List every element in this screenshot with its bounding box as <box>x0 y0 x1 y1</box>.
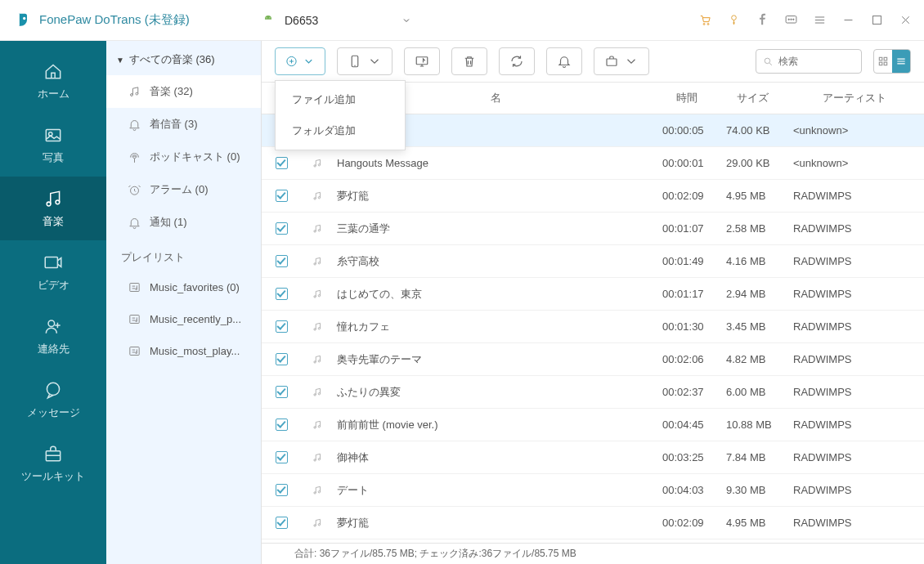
menu-icon[interactable] <box>813 13 827 27</box>
nav-item-toolkit[interactable]: ツールキット <box>0 432 106 495</box>
feedback-icon[interactable] <box>784 13 798 27</box>
search-box[interactable] <box>756 49 862 74</box>
nav-item-contacts[interactable]: 連絡先 <box>0 304 106 368</box>
row-size: 74.00 KB <box>720 124 785 137</box>
col-artist[interactable]: アーティスト <box>785 91 924 105</box>
row-checkbox[interactable] <box>262 451 301 463</box>
podcast-icon <box>128 150 141 164</box>
playlist-icon <box>128 280 141 294</box>
svg-point-1 <box>266 17 267 18</box>
row-icon <box>301 289 334 300</box>
row-name: 奥寺先輩のテーマ <box>334 352 654 367</box>
contacts-icon <box>43 316 64 337</box>
music-note-icon <box>312 419 323 431</box>
nav-item-photo[interactable]: 写真 <box>0 113 106 177</box>
row-name: 糸守高校 <box>334 254 654 269</box>
ringtone-button[interactable] <box>546 47 582 75</box>
list-view-button[interactable] <box>892 50 910 73</box>
device-selector[interactable]: D6653 <box>262 14 556 27</box>
table-row[interactable]: デート00:04:039.30 MBRADWIMPS <box>262 474 924 507</box>
chevron-down-icon <box>401 16 411 25</box>
key-icon[interactable] <box>727 13 741 27</box>
row-artist: <unknown> <box>785 124 924 137</box>
row-time: 00:04:03 <box>654 484 720 496</box>
table-row[interactable]: 三葉の通学00:01:072.58 MBRADWIMPS <box>262 213 924 245</box>
sidebar-item-podcast[interactable]: ポッドキャスト (0) <box>106 141 261 173</box>
sidebar-item-ringtone[interactable]: 着信音 (3) <box>106 108 261 141</box>
device-name: D6653 <box>285 14 318 27</box>
row-name: 前前前世 (movie ver.) <box>334 418 654 432</box>
row-artist: RADWIMPS <box>785 451 924 463</box>
svg-point-57 <box>318 425 320 427</box>
sidebar-item-alarm[interactable]: アラーム (0) <box>106 173 261 206</box>
table-row[interactable]: はじめての、東京00:01:172.94 MBRADWIMPS <box>262 278 924 311</box>
col-size[interactable]: サイズ <box>720 91 785 105</box>
music-note-icon <box>312 517 323 529</box>
row-name: 御神体 <box>334 450 654 465</box>
toolkit-button[interactable] <box>594 47 649 75</box>
table-row[interactable]: 前前前世 (movie ver.)00:04:4510.88 MBRADWIMP… <box>262 409 924 441</box>
table-body[interactable]: Hangouts Call00:00:0574.00 KB<unknown>Ha… <box>262 114 924 543</box>
add-button[interactable] <box>275 47 325 75</box>
sidebar-item-notify[interactable]: 通知 (1) <box>106 206 261 239</box>
svg-point-56 <box>314 426 316 427</box>
row-checkbox[interactable] <box>262 157 301 169</box>
table-row[interactable]: 憧れカフェ00:01:303.45 MBRADWIMPS <box>262 311 924 343</box>
export-phone-button[interactable] <box>337 47 392 75</box>
delete-button[interactable] <box>451 47 487 75</box>
row-checkbox[interactable] <box>262 255 301 267</box>
search-input[interactable] <box>778 56 844 67</box>
maximize-icon[interactable] <box>870 13 884 27</box>
nav-item-music[interactable]: 音楽 <box>0 177 106 240</box>
trash-icon <box>462 54 477 69</box>
playlist-item[interactable]: Music_favorites (0) <box>106 271 261 303</box>
playlist-item[interactable]: Music_recently_p... <box>106 303 261 335</box>
category-sidebar: ▼ すべての音楽 (36) 音楽 (32)着信音 (3)ポッドキャスト (0)ア… <box>106 41 262 564</box>
svg-point-50 <box>314 328 316 329</box>
cart-icon[interactable] <box>698 13 712 27</box>
row-checkbox[interactable] <box>262 419 301 431</box>
sidebar-item-music[interactable]: 音楽 (32) <box>106 75 261 108</box>
chevron-down-icon <box>624 54 639 69</box>
row-checkbox[interactable] <box>262 288 301 300</box>
row-checkbox[interactable] <box>262 190 301 202</box>
svg-point-28 <box>136 352 137 354</box>
music-note-icon <box>312 354 323 365</box>
svg-point-62 <box>314 524 316 526</box>
sidebar-item-label: 着信音 (3) <box>150 117 198 132</box>
svg-point-59 <box>318 458 320 459</box>
close-icon[interactable] <box>899 13 913 27</box>
table-row[interactable]: 御神体00:03:257.84 MBRADWIMPS <box>262 441 924 474</box>
search-icon <box>763 56 774 67</box>
drop-item[interactable]: フォルダ追加 <box>276 115 405 146</box>
svg-point-54 <box>314 393 316 395</box>
app-logo <box>15 11 31 30</box>
minimize-icon[interactable] <box>841 13 855 27</box>
row-checkbox[interactable] <box>262 386 301 398</box>
nav-item-messages[interactable]: メッセージ <box>0 368 106 432</box>
table-row[interactable]: 夢灯籠00:02:094.95 MBRADWIMPS <box>262 180 924 213</box>
table-row[interactable]: 夢灯籠00:02:094.95 MBRADWIMPS <box>262 507 924 539</box>
row-name: はじめての、東京 <box>334 287 654 302</box>
row-checkbox[interactable] <box>262 517 301 529</box>
refresh-button[interactable] <box>499 47 535 75</box>
table-row[interactable]: ふたりの異変00:02:376.00 MBRADWIMPS <box>262 376 924 409</box>
row-checkbox[interactable] <box>262 222 301 235</box>
row-checkbox[interactable] <box>262 484 301 496</box>
nav-item-video[interactable]: ビデオ <box>0 240 106 304</box>
nav-item-home[interactable]: ホーム <box>0 49 106 113</box>
row-checkbox[interactable] <box>262 353 301 365</box>
col-time[interactable]: 時間 <box>654 91 720 105</box>
table-row[interactable]: Hangouts Message00:00:0129.00 KB<unknown… <box>262 147 924 180</box>
row-artist: RADWIMPS <box>785 222 924 235</box>
table-row[interactable]: 奥寺先輩のテーマ00:02:064.82 MBRADWIMPS <box>262 343 924 376</box>
drop-item[interactable]: ファイル追加 <box>276 84 405 115</box>
export-pc-button[interactable] <box>404 47 440 75</box>
row-name: 憧れカフェ <box>334 320 654 334</box>
playlist-item[interactable]: Music_most_play... <box>106 335 261 367</box>
row-checkbox[interactable] <box>262 320 301 333</box>
grid-view-button[interactable] <box>874 50 892 73</box>
facebook-icon[interactable] <box>756 13 769 27</box>
table-row[interactable]: 糸守高校00:01:494.16 MBRADWIMPS <box>262 245 924 278</box>
sidebar-header[interactable]: ▼ すべての音楽 (36) <box>106 41 261 75</box>
